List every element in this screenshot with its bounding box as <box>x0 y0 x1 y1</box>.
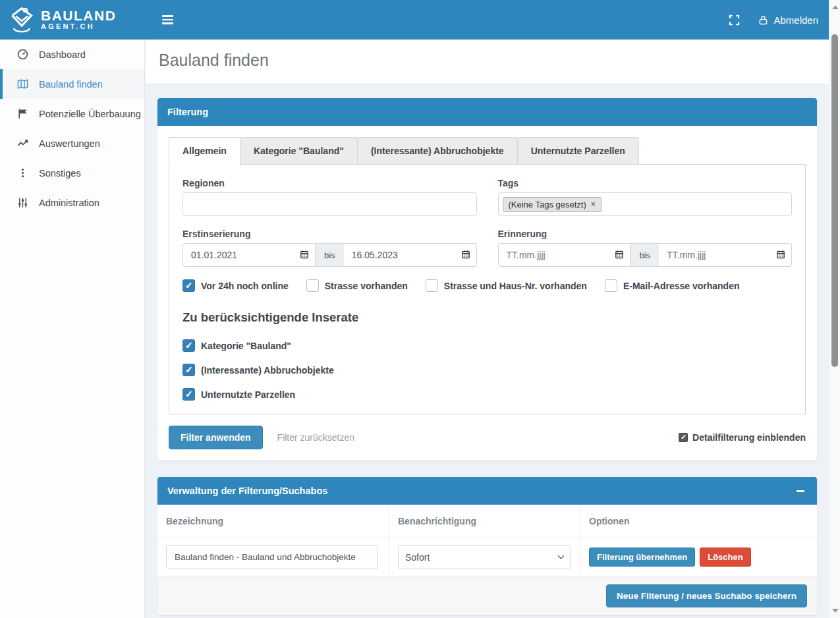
column-header-optionen: Optionen <box>580 505 817 538</box>
filter-actions-row: Filter anwenden Filter zurücksetzen Deta… <box>169 426 806 449</box>
checkbox-box[interactable] <box>182 388 195 401</box>
checkbox-box[interactable] <box>182 279 195 292</box>
tab-unternutzte-parzellen[interactable]: Unternutzte Parzellen <box>517 137 639 165</box>
app-logo[interactable]: BAULAND AGENT.CH <box>0 0 145 40</box>
apply-filterung-button[interactable]: Filterung übernehmen <box>589 548 695 567</box>
sidebar-item-potenzielle-ueberbauung[interactable]: Potenzielle Überbauung <box>0 99 144 128</box>
checkbox-box[interactable] <box>182 364 195 376</box>
erstinserierung-von-input[interactable] <box>182 243 316 267</box>
sidebar-item-label: Potenzielle Überbauung <box>39 109 141 119</box>
erinnerung-von-input[interactable] <box>498 243 631 267</box>
ellipsis-v-icon <box>16 167 29 179</box>
flag-icon <box>16 107 29 120</box>
vertical-scrollbar[interactable] <box>829 0 840 618</box>
tag-chip-label: (Keine Tags gesetzt) <box>509 200 586 210</box>
sidebar: Dashboard Bauland finden Potenzielle Übe… <box>0 40 145 618</box>
inserate-section-heading: Zu berücksichtigende Inserate <box>182 310 792 325</box>
manage-card-footer: Neue Filterung / neues Suchabo speichern <box>157 576 817 615</box>
lock-icon <box>758 14 769 26</box>
erstinserierung-bis-input[interactable] <box>344 243 477 267</box>
regionen-input[interactable] <box>182 192 477 216</box>
benachrichtigung-select[interactable]: Sofort <box>398 545 571 569</box>
checkbox-label: E-Mail-Adresse vorhanden <box>623 281 740 291</box>
bis-separator: bis <box>630 243 659 267</box>
bis-separator: bis <box>316 243 344 267</box>
logo-subtitle: AGENT.CH <box>41 22 116 31</box>
sidebar-item-bauland-finden[interactable]: Bauland finden <box>0 69 144 99</box>
column-header-benachrichtigung: Benachrichtigung <box>389 505 580 538</box>
sidebar-item-sonstiges[interactable]: Sonstiges <box>0 158 144 188</box>
checkbox-strasse-und-hausnr-vorhanden[interactable]: Strasse und Haus-Nr. vorhanden <box>426 279 587 292</box>
scroll-down-icon[interactable] <box>832 609 839 613</box>
filter-options-row: Vor 24h noch online Strasse vorhanden St… <box>182 279 792 292</box>
erstinserierung-label: Erstinserierung <box>182 229 477 239</box>
fullscreen-button[interactable] <box>728 14 741 26</box>
checkbox-inserate-unternutzte-parzellen[interactable]: Unternutzte Parzellen <box>182 388 792 401</box>
scroll-up-icon[interactable] <box>832 5 839 9</box>
checkbox-inserate-kategorie-bauland[interactable]: Kategorie "Bauland" <box>182 339 792 352</box>
detail-filter-checkbox[interactable] <box>679 433 688 442</box>
sidebar-item-label: Auswertungen <box>39 138 100 149</box>
map-icon <box>16 78 29 90</box>
reset-filter-button[interactable]: Filter zurücksetzen <box>277 432 354 443</box>
sidebar-item-label: Bauland finden <box>39 79 103 90</box>
apply-filter-button[interactable]: Filter anwenden <box>169 426 263 449</box>
logout-button[interactable]: Abmelden <box>758 14 818 26</box>
manage-table-header: Bezeichnung Benachrichtigung Optionen <box>157 505 817 538</box>
sidebar-item-auswertungen[interactable]: Auswertungen <box>0 128 144 158</box>
sidebar-item-label: Dashboard <box>39 49 86 60</box>
chart-line-icon <box>16 137 29 150</box>
expand-icon <box>728 14 741 26</box>
manage-card-header: Verwaltung der Filterung/Suchabos <box>157 477 817 505</box>
sidebar-toggle-button[interactable] <box>154 7 181 33</box>
checkbox-email-adresse-vorhanden[interactable]: E-Mail-Adresse vorhanden <box>605 279 740 292</box>
manage-card-title: Verwaltung der Filterung/Suchabos <box>167 486 327 496</box>
sidebar-item-label: Administration <box>39 198 99 208</box>
remove-tag-icon[interactable]: × <box>591 200 596 208</box>
checkbox-label: Strasse und Haus-Nr. vorhanden <box>444 281 587 291</box>
page-title: Bauland finden <box>159 51 816 70</box>
checkbox-label: Strasse vorhanden <box>325 281 408 291</box>
tab-kategorie-bauland[interactable]: Kategorie "Bauland" <box>240 137 358 165</box>
logo-wordmark: BAULAND AGENT.CH <box>41 9 116 31</box>
regionen-label: Regionen <box>182 178 477 188</box>
checkbox-label: Unternutzte Parzellen <box>201 389 295 400</box>
filter-card-header: Filterung <box>157 98 817 126</box>
bezeichnung-input[interactable] <box>166 545 378 569</box>
filter-card: Filterung Allgemein Kategorie "Bauland" … <box>157 98 817 461</box>
erinnerung-label: Erinnerung <box>498 229 793 239</box>
column-header-bezeichnung: Bezeichnung <box>157 505 389 538</box>
tab-abbruchobjekte[interactable]: (Interessante) Abbruchobjekte <box>357 137 518 165</box>
checkbox-box[interactable] <box>426 279 438 292</box>
delete-button[interactable]: Löschen <box>700 548 750 567</box>
checkbox-box[interactable] <box>182 339 195 352</box>
bauland-logo-icon <box>9 5 35 34</box>
table-row: Sofort Filterung übernehmen Löschen <box>157 538 817 576</box>
tab-panel-allgemein: Regionen Tags (Keine Tags gesetzt) × <box>169 164 806 414</box>
checkbox-box[interactable] <box>605 279 617 292</box>
checkbox-strasse-vorhanden[interactable]: Strasse vorhanden <box>306 279 408 292</box>
detail-filter-toggle[interactable]: Detailfilterung einblenden <box>679 432 806 443</box>
top-navbar: BAULAND AGENT.CH Abmelden <box>0 0 829 40</box>
gauge-icon <box>16 48 29 61</box>
tab-allgemein[interactable]: Allgemein <box>169 137 240 165</box>
checkbox-inserate-abbruchobjekte[interactable]: (Interessante) Abbruchobjekte <box>182 364 792 376</box>
sidebar-item-dashboard[interactable]: Dashboard <box>0 40 144 69</box>
filter-tabs: Allgemein Kategorie "Bauland" (Interessa… <box>169 137 806 165</box>
erinnerung-bis-input[interactable] <box>659 243 792 267</box>
sliders-icon <box>16 196 29 209</box>
save-new-filter-button[interactable]: Neue Filterung / neues Suchabo speichern <box>606 584 807 607</box>
manage-card: Verwaltung der Filterung/Suchabos Bezeic… <box>157 477 817 615</box>
tags-label: Tags <box>498 178 793 188</box>
checkbox-label: (Interessante) Abbruchobjekte <box>201 365 334 376</box>
collapse-button[interactable] <box>794 484 807 497</box>
main-content: Bauland finden Filterung Allgemein Kateg… <box>146 40 829 618</box>
logo-title: BAULAND <box>41 9 116 22</box>
checkbox-box[interactable] <box>306 279 319 292</box>
scrollbar-thumb[interactable] <box>831 34 838 367</box>
checkbox-vor-24h-noch-online[interactable]: Vor 24h noch online <box>182 279 289 292</box>
sidebar-item-administration[interactable]: Administration <box>0 188 144 217</box>
tags-input[interactable]: (Keine Tags gesetzt) × <box>498 192 793 216</box>
filter-card-title: Filterung <box>167 107 208 117</box>
checkbox-label: Kategorie "Bauland" <box>201 341 291 351</box>
